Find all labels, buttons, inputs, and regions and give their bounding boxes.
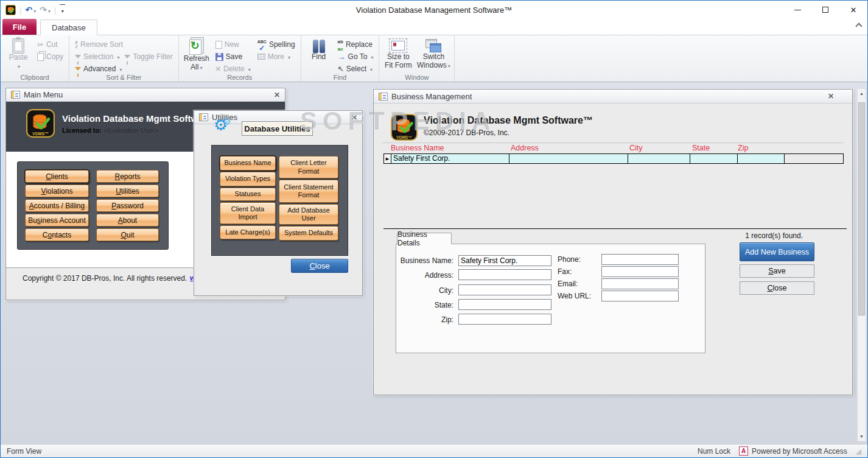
switch-windows-button[interactable]: Switch Windows <box>416 37 451 70</box>
group-label-clipboard: Clipboard <box>1 74 69 81</box>
accounts-billing-button[interactable]: Accounts / Billing <box>25 199 89 212</box>
column-header-zip: Zip <box>738 144 748 152</box>
web-url-input[interactable] <box>601 291 679 301</box>
business-name-button[interactable]: Business Name <box>220 156 276 171</box>
vdms-logo: VDMS™ <box>391 114 418 141</box>
cell-city[interactable] <box>628 153 690 164</box>
add-new-business-button[interactable]: Add New Business <box>740 242 814 261</box>
selection-button[interactable]: Selection <box>72 51 122 63</box>
refresh-icon <box>188 38 205 55</box>
violations-button[interactable]: Violations <box>25 185 89 197</box>
cut-button[interactable]: Cut <box>35 38 66 51</box>
business-titlebar[interactable]: Business Management <box>374 90 852 104</box>
client-letter-format-button[interactable]: Client Letter Format <box>279 156 338 178</box>
cut-icon <box>37 40 44 49</box>
phone-label: Phone: <box>558 255 581 264</box>
advanced-button[interactable]: Advanced <box>72 63 175 75</box>
contacts-button[interactable]: Contacts <box>25 228 89 241</box>
utilities-button[interactable]: Utilities <box>96 185 159 197</box>
password-button[interactable]: Password <box>96 199 159 212</box>
main-menu-close-icon[interactable] <box>274 91 280 99</box>
city-input[interactable] <box>458 284 551 295</box>
app-icon[interactable] <box>5 5 16 15</box>
quit-button[interactable]: Quit <box>96 228 159 241</box>
group-label-records: Records <box>179 74 301 81</box>
fax-input[interactable] <box>601 266 679 277</box>
replace-icon <box>338 37 343 52</box>
scroll-down-icon[interactable]: ▼ <box>858 432 866 441</box>
address-input[interactable] <box>458 269 551 280</box>
client-statement-format-button[interactable]: Client Statement Format <box>279 180 338 203</box>
minimize-button[interactable] <box>783 1 811 19</box>
delete-record-button[interactable]: Delete <box>213 63 253 75</box>
phone-input[interactable] <box>601 254 679 265</box>
ribbon-group-find: Find Replace Go To Select Find <box>301 35 380 82</box>
delete-icon <box>215 65 221 73</box>
email-input[interactable] <box>601 278 679 289</box>
tab-business-details[interactable]: Business Details <box>397 233 452 244</box>
customize-qat-button[interactable] <box>60 4 65 15</box>
goto-button[interactable]: Go To <box>335 51 376 63</box>
clients-button[interactable]: Clients <box>25 170 89 183</box>
business-account-button[interactable]: Business Account <box>25 214 89 227</box>
save-button[interactable]: Save <box>740 264 814 278</box>
table-row[interactable]: ▶ Safety First Corp. <box>383 153 844 164</box>
statuses-button[interactable]: Statuses <box>220 188 276 201</box>
cell-state[interactable] <box>690 153 738 164</box>
state-input[interactable] <box>458 299 551 310</box>
refresh-all-button[interactable]: Refresh All <box>182 37 211 72</box>
toggle-filter-button[interactable]: Toggle Filter <box>122 51 175 63</box>
violation-types-button[interactable]: Violation Types <box>220 172 276 186</box>
reports-button[interactable]: Reports <box>96 170 159 183</box>
tab-database[interactable]: Database <box>40 19 97 35</box>
copy-button[interactable]: Copy <box>35 51 66 63</box>
scroll-up-icon[interactable]: ▲ <box>858 89 866 98</box>
main-menu-titlebar[interactable]: Main Menu <box>6 88 285 102</box>
select-button[interactable]: Select <box>335 63 376 75</box>
group-label-find: Find <box>301 74 379 81</box>
late-charges-button[interactable]: Late Charge(s) <box>220 225 276 239</box>
cell-business-name[interactable]: Safety First Corp. <box>391 153 509 164</box>
row-arrow-icon: ▶ <box>386 157 389 161</box>
replace-button[interactable]: Replace <box>335 38 376 51</box>
cell-zip[interactable] <box>737 153 785 164</box>
undo-button[interactable] <box>25 5 36 15</box>
svg-text:VDMS™: VDMS™ <box>32 132 49 136</box>
find-button[interactable]: Find <box>304 37 334 62</box>
resize-grip[interactable] <box>856 447 861 456</box>
dropdown-caret <box>247 65 251 73</box>
size-to-fit-form-button[interactable]: Size to Fit Form <box>382 37 414 70</box>
remove-sort-button[interactable]: AZRemove Sort <box>72 38 175 51</box>
save-record-button[interactable]: Save <box>213 51 253 63</box>
svg-text:VDMS™: VDMS™ <box>396 135 411 139</box>
close-utilities-button[interactable]: Close <box>291 259 348 273</box>
collapse-ribbon-icon[interactable] <box>855 23 862 29</box>
group-label-sort-filter: Sort & Filter <box>69 74 178 81</box>
add-database-user-button[interactable]: Add Database User <box>279 204 338 225</box>
maximize-button[interactable] <box>811 1 839 19</box>
business-name-input[interactable] <box>458 255 551 266</box>
close-business-button[interactable]: Close <box>740 281 814 295</box>
cell-address[interactable] <box>509 153 628 164</box>
web-url-label: Web URL: <box>558 292 591 300</box>
client-data-import-button[interactable]: Client Data Import <box>220 202 276 224</box>
spelling-button[interactable]: Spelling <box>255 38 298 51</box>
email-label: Email: <box>558 280 578 288</box>
workspace-scrollbar[interactable]: ▲ ▼ <box>857 88 866 442</box>
dropdown-caret <box>32 5 36 15</box>
scrollbar-thumb[interactable] <box>858 102 865 315</box>
paste-button[interactable]: Paste <box>4 37 33 71</box>
dropdown-caret <box>369 65 373 73</box>
window-controls <box>783 1 867 19</box>
zip-input[interactable] <box>458 314 551 325</box>
new-record-button[interactable]: New <box>213 38 253 51</box>
about-button[interactable]: About <box>96 214 159 227</box>
ribbon-group-sort-filter: AZRemove Sort Selection Toggle Filter Ad… <box>69 35 179 82</box>
redo-button[interactable] <box>40 5 51 15</box>
business-close-icon[interactable] <box>828 92 834 100</box>
system-defaults-button[interactable]: System Defaults <box>279 226 338 241</box>
tab-file[interactable]: File <box>2 19 37 35</box>
close-button[interactable] <box>839 1 867 19</box>
utilities-close-icon[interactable] <box>351 113 357 122</box>
more-button[interactable]: More <box>255 51 298 63</box>
